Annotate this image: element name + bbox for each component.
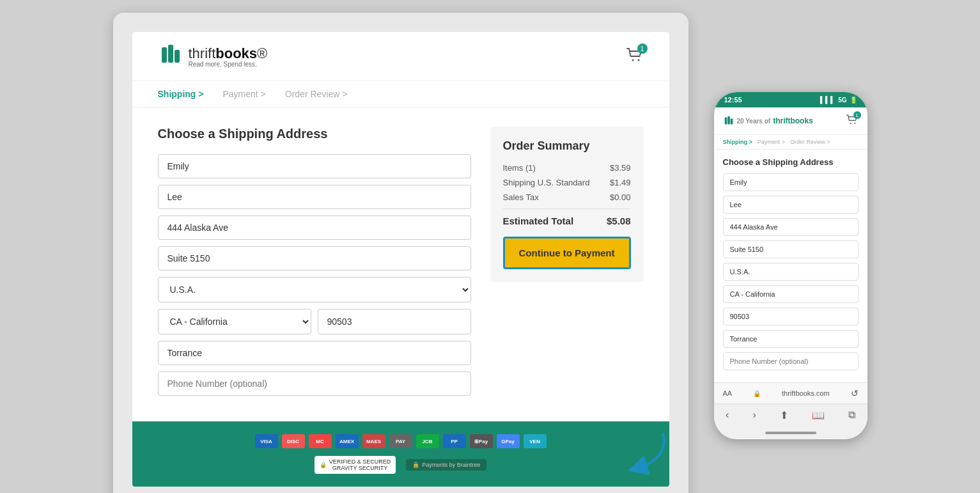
phone-home-indicator [714, 426, 867, 439]
first-name-field[interactable] [158, 154, 471, 178]
phone-phone-field[interactable] [723, 352, 859, 370]
site-footer: VISA DISC MC AMEX MAES PAY JCB PP ⊞Pay G… [132, 421, 669, 487]
nav-share-button[interactable]: ⬆ [780, 409, 788, 421]
phone-address-field[interactable] [723, 218, 859, 236]
nav-back-button[interactable]: ‹ [726, 409, 729, 421]
refresh-icon[interactable]: ↺ [851, 388, 859, 398]
phone-suite-field[interactable] [723, 240, 859, 258]
svg-rect-1 [168, 45, 173, 63]
phone-country-field[interactable] [723, 263, 859, 281]
phone-breadcrumb-payment[interactable]: Payment > [758, 139, 785, 145]
tax-label: Sales Tax [503, 192, 539, 202]
svg-rect-7 [730, 118, 733, 124]
svg-rect-0 [162, 47, 167, 63]
svg-point-4 [637, 59, 639, 61]
breadcrumb-review[interactable]: Order Review > [285, 89, 348, 99]
battery-icon: 🔋 [850, 97, 857, 104]
phone-mockup: 12:55 ▍▍▍ 5G 🔋 20 Years of thriftbooks 1 [714, 92, 867, 439]
shipping-label: Shipping U.S. Standard [503, 178, 590, 187]
phone-breadcrumb: Shipping > Payment > Order Review > [714, 135, 867, 150]
footer-badges: 🔒 VERIFIED & SECUREDGRAVITY SECURITY 🔒 P… [145, 456, 657, 474]
summary-items-row: Items (1) $3.59 [503, 163, 631, 173]
maestro-icon: MAES [362, 434, 385, 448]
logo-tagline: Read more. Spend less. [189, 61, 268, 68]
phone-breadcrumb-review[interactable]: Order Review > [790, 139, 830, 145]
amex-icon: AMEX [336, 434, 359, 448]
address-field[interactable] [158, 215, 471, 240]
summary-shipping-row: Shipping U.S. Standard $1.49 [503, 178, 631, 187]
shield-icon: 🔒 [320, 462, 327, 468]
phone-zip-field[interactable] [723, 308, 859, 325]
phone-city-field[interactable] [723, 330, 859, 348]
nav-bookmarks-button[interactable]: 📖 [812, 409, 825, 421]
continue-to-payment-button[interactable]: Continue to Payment [503, 237, 631, 269]
summary-tax-row: Sales Tax $0.00 [503, 192, 631, 202]
summary-divider [503, 208, 631, 209]
phone-cart-icon[interactable]: 1 [846, 114, 859, 128]
tax-value: $0.00 [610, 192, 631, 202]
total-value: $5.08 [607, 215, 631, 226]
venmo-icon: VEN [524, 434, 547, 448]
phone-breadcrumb-shipping[interactable]: Shipping > [723, 139, 752, 145]
summary-box: Order Summary Items (1) $3.59 Shipping U… [490, 127, 644, 282]
phone-last-name-field[interactable] [723, 196, 859, 214]
phone-status-bar: 12:55 ▍▍▍ 5G 🔋 [714, 92, 867, 107]
svg-rect-5 [724, 118, 727, 125]
nav-tabs-button[interactable]: ⧉ [848, 409, 855, 421]
state-zip-row: CA - California [158, 309, 471, 334]
main-content: Choose a Shipping Address U.S.A. CA - Ca… [132, 107, 669, 421]
url-display: thriftbooks.com [782, 389, 830, 397]
nav-forward-button[interactable]: › [752, 409, 756, 421]
phone-nav-bar: ‹ › ⬆ 📖 ⧉ [714, 403, 867, 426]
mastercard-icon: MC [309, 434, 332, 448]
phone-time: 12:55 [724, 96, 742, 104]
items-value: $3.59 [610, 163, 631, 173]
city-field[interactable] [158, 341, 471, 365]
svg-point-8 [850, 123, 851, 124]
state-select[interactable]: CA - California [158, 309, 311, 334]
font-size-control[interactable]: AA [723, 389, 733, 397]
logo-text-container: thriftbooks® Read more. Spend less. [189, 45, 268, 68]
svg-point-9 [854, 123, 855, 124]
phone-state-field[interactable] [723, 285, 859, 303]
cart-icon-area[interactable]: 1 [626, 47, 644, 65]
cart-badge: 1 [637, 43, 648, 54]
summary-total-row: Estimated Total $5.08 [503, 215, 631, 226]
phone-field[interactable] [158, 372, 471, 396]
generic-pay-icon: PAY [389, 434, 412, 448]
signal-icon: ▍▍▍ [820, 97, 836, 104]
applepay-icon: ⊞Pay [470, 434, 493, 448]
phone-body: Choose a Shipping Address [714, 150, 867, 382]
order-summary: Order Summary Items (1) $3.59 Shipping U… [490, 127, 644, 402]
breadcrumb-nav: Shipping > Payment > Order Review > [132, 81, 669, 107]
phone-first-name-field[interactable] [723, 173, 859, 191]
logo-text: thriftbooks® [189, 45, 268, 61]
zip-field[interactable] [318, 309, 471, 334]
total-label: Estimated Total [503, 215, 574, 226]
svg-rect-2 [175, 50, 180, 63]
braintree-text: Payments by Braintree [422, 462, 480, 468]
country-select[interactable]: U.S.A. [158, 277, 471, 302]
phone-header: 20 Years of thriftbooks 1 [714, 107, 867, 135]
status-right: ▍▍▍ 5G 🔋 [820, 97, 857, 104]
jcb-icon: JCB [416, 434, 439, 448]
form-title: Choose a Shipping Address [158, 127, 471, 141]
shipping-value: $1.49 [610, 178, 631, 187]
payment-icons-row: VISA DISC MC AMEX MAES PAY JCB PP ⊞Pay G… [145, 434, 657, 448]
breadcrumb-shipping[interactable]: Shipping > [158, 89, 204, 99]
svg-point-3 [632, 59, 634, 61]
phone-cart-badge: 1 [853, 111, 861, 119]
summary-title: Order Summary [503, 139, 631, 153]
phone-logo-text: thriftbooks [773, 116, 813, 125]
last-name-field[interactable] [158, 185, 471, 209]
lock-icon: 🔒 [412, 462, 419, 468]
laptop-screen: thriftbooks® Read more. Spend less. 1 Sh… [132, 32, 669, 487]
suite-field[interactable] [158, 246, 471, 270]
security-badge: 🔒 VERIFIED & SECUREDGRAVITY SECURITY [315, 456, 396, 474]
visa-icon: VISA [255, 434, 278, 448]
breadcrumb-payment[interactable]: Payment > [222, 89, 265, 99]
signal-type: 5G [838, 97, 846, 104]
logo-area: thriftbooks® Read more. Spend less. [158, 42, 268, 70]
discover-icon: DISC [282, 434, 305, 448]
items-label: Items (1) [503, 163, 536, 173]
